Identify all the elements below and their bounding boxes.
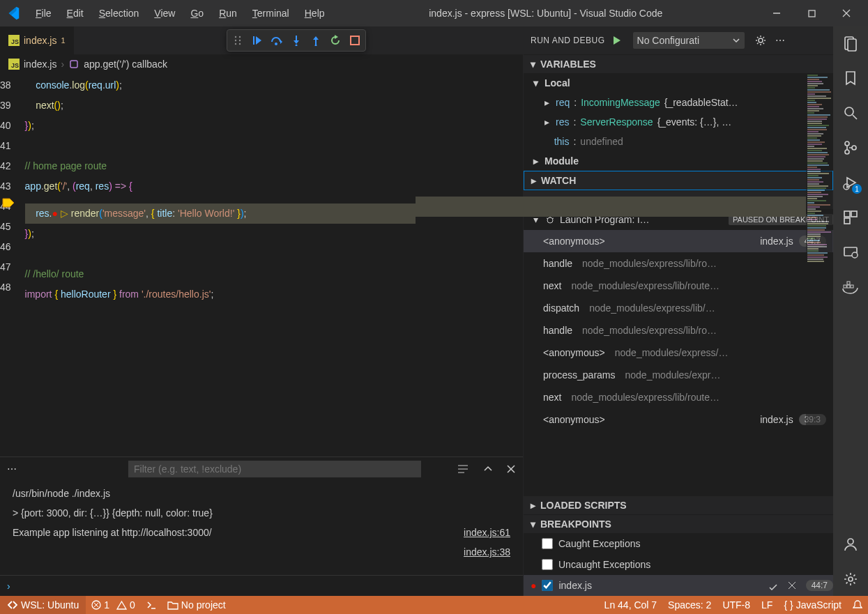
- search-icon[interactable]: [841, 103, 860, 123]
- tab-label: index.js: [24, 35, 56, 46]
- breakpoints-header[interactable]: ▾BREAKPOINTS: [524, 515, 833, 533]
- svg-line-40: [853, 115, 857, 119]
- svg-point-7: [239, 40, 241, 41]
- remote-icon: [7, 600, 18, 610]
- svg-rect-22: [70, 61, 77, 68]
- panel-more-icon[interactable]: ⋯: [7, 463, 18, 475]
- error-icon: [91, 600, 101, 610]
- debug-console[interactable]: /usr/bin/node ./index.js> {port: 3000, d…: [0, 481, 523, 575]
- continue-icon[interactable]: [251, 34, 264, 47]
- step-over-icon[interactable]: [271, 34, 283, 47]
- menu-terminal[interactable]: Terminal: [246, 5, 296, 22]
- stop-icon[interactable]: [349, 34, 361, 47]
- settings-icon[interactable]: [841, 569, 860, 589]
- svg-rect-54: [847, 282, 850, 284]
- explorer-icon[interactable]: [841, 33, 860, 53]
- method-icon: [68, 59, 79, 70]
- run-debug-icon[interactable]: 1: [841, 173, 860, 192]
- svg-rect-53: [851, 285, 853, 288]
- svg-point-41: [845, 141, 849, 146]
- svg-rect-1: [809, 10, 815, 17]
- debug-repl-input[interactable]: ›: [0, 575, 523, 596]
- breakpoint-row[interactable]: Caught Exceptions: [524, 533, 833, 554]
- window-maximize[interactable]: [795, 0, 828, 26]
- window-title: index.js - express [WSL: Ubuntu] - Visua…: [334, 8, 758, 19]
- debug-toolbar[interactable]: [227, 29, 366, 52]
- source-control-icon[interactable]: [841, 138, 860, 158]
- variables-header[interactable]: ▾VARIABLES: [524, 55, 833, 73]
- close-panel-icon[interactable]: [506, 464, 516, 474]
- breakpoint-current-icon: [1, 196, 15, 210]
- window-close[interactable]: [830, 0, 862, 26]
- debug-console-filter[interactable]: [128, 461, 421, 477]
- breakpoint-row[interactable]: ●index.js44:7: [524, 575, 833, 596]
- remote-explorer-icon[interactable]: [841, 243, 860, 262]
- encoding[interactable]: UTF-8: [717, 596, 756, 614]
- svg-marker-20: [335, 35, 338, 39]
- language-mode[interactable]: { }JavaScript: [778, 596, 847, 614]
- svg-point-39: [845, 107, 853, 116]
- start-debug-icon[interactable]: [611, 34, 623, 47]
- chevron-down-icon: ▾: [528, 59, 538, 69]
- minimap[interactable]: [806, 74, 832, 456]
- debug-target[interactable]: [141, 596, 162, 614]
- tab-dirty-indicator: 1: [61, 36, 65, 45]
- project[interactable]: No project: [162, 596, 231, 614]
- menu-file[interactable]: File: [29, 5, 58, 22]
- chevron-right-icon: ▸: [528, 500, 538, 510]
- js-icon: JS: [8, 35, 20, 46]
- js-icon: JS: [8, 59, 20, 70]
- remote-indicator[interactable]: WSL: Ubuntu: [0, 596, 86, 614]
- svg-rect-21: [351, 36, 359, 45]
- svg-point-30: [759, 38, 763, 43]
- cursor-position[interactable]: Ln 44, Col 7: [599, 596, 663, 614]
- account-icon[interactable]: [841, 535, 860, 554]
- run-debug-title: RUN AND DEBUG: [531, 36, 605, 45]
- svg-point-8: [235, 43, 236, 45]
- tab-index-js[interactable]: JS index.js 1: [0, 26, 74, 54]
- svg-point-6: [235, 40, 236, 41]
- menu-edit[interactable]: Edit: [61, 5, 90, 22]
- extensions-icon[interactable]: [841, 208, 860, 227]
- menu-view[interactable]: View: [148, 5, 181, 22]
- breadcrumb-file[interactable]: index.js: [24, 59, 56, 70]
- drag-handle-icon[interactable]: [231, 34, 244, 47]
- breadcrumb[interactable]: JS index.js › app.get('/') callback: [0, 54, 523, 74]
- loaded-scripts-header[interactable]: ▸LOADED SCRIPTS: [524, 496, 833, 514]
- gear-icon[interactable]: [754, 34, 767, 47]
- svg-point-19: [315, 45, 317, 47]
- menu-selection[interactable]: Selection: [93, 5, 146, 22]
- breadcrumb-symbol[interactable]: app.get('/') callback: [84, 59, 167, 70]
- breakpoint-row[interactable]: Uncaught Exceptions: [524, 554, 833, 575]
- svg-rect-47: [851, 211, 857, 217]
- notifications-icon[interactable]: [847, 596, 868, 614]
- svg-point-42: [845, 150, 849, 154]
- more-icon[interactable]: ⋯: [775, 35, 786, 46]
- restart-icon[interactable]: [329, 34, 342, 47]
- menu-go[interactable]: Go: [184, 5, 210, 22]
- menu-help[interactable]: Help: [298, 5, 331, 22]
- bookmarks-icon[interactable]: [841, 68, 860, 88]
- word-wrap-icon[interactable]: [457, 463, 470, 475]
- indentation[interactable]: Spaces: 2: [662, 596, 717, 614]
- eol[interactable]: LF: [756, 596, 778, 614]
- code-editor[interactable]: console.log(req.url); next();});// home …: [25, 74, 806, 456]
- svg-point-56: [848, 577, 853, 581]
- line-gutter[interactable]: 3839404142434445464748: [0, 74, 25, 456]
- collapse-up-icon[interactable]: [482, 463, 494, 475]
- launch-config-label: No Configurati: [637, 35, 729, 46]
- step-out-icon[interactable]: [310, 34, 322, 47]
- problems[interactable]: 1 0: [86, 596, 141, 614]
- svg-rect-48: [844, 218, 850, 224]
- step-into-icon[interactable]: [290, 34, 303, 47]
- menu-run[interactable]: Run: [213, 5, 243, 22]
- warning-icon: [116, 600, 127, 610]
- svg-point-13: [275, 43, 277, 45]
- folder-icon: [167, 600, 178, 610]
- svg-point-4: [235, 36, 236, 38]
- svg-marker-29: [614, 36, 620, 45]
- window-minimize[interactable]: [761, 0, 793, 26]
- docker-icon[interactable]: [841, 277, 860, 297]
- launch-config-select[interactable]: No Configurati: [633, 32, 745, 49]
- chevron-down-icon: [732, 36, 740, 45]
